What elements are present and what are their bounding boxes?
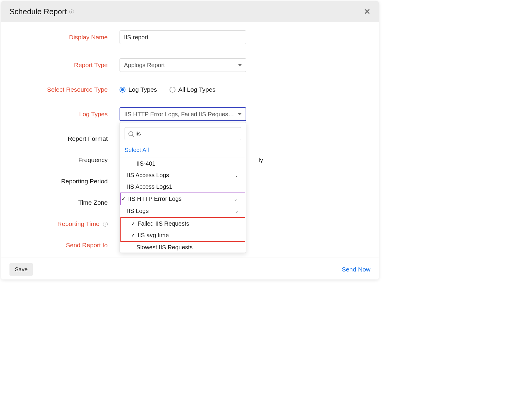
modal-title-text: Schedule Report xyxy=(9,7,67,16)
dropdown-search-input[interactable] xyxy=(136,130,237,137)
highlight-red: ✓ Failed IIS Requests ✓ IIS avg time xyxy=(120,217,245,242)
chevron-down-icon[interactable]: ⌄ xyxy=(235,208,242,214)
radio-icon xyxy=(170,87,175,93)
info-icon[interactable]: i xyxy=(69,9,74,14)
chevron-down-icon[interactable]: ⌄ xyxy=(234,196,241,202)
label-send-report-to: Send Report to xyxy=(13,242,120,249)
chevron-down-icon xyxy=(238,64,242,66)
save-button[interactable]: Save xyxy=(9,263,33,276)
row-display-name: Display Name xyxy=(13,30,367,44)
report-type-value: Applogs Report xyxy=(124,62,236,69)
option-failed-iis-requests[interactable]: ✓ Failed IIS Requests xyxy=(121,218,245,229)
close-button[interactable]: ✕ xyxy=(364,8,370,16)
check-icon: ✓ xyxy=(130,221,135,227)
row-report-type: Report Type Applogs Report xyxy=(13,58,367,72)
radio-log-types-label: Log Types xyxy=(128,86,157,93)
label-log-types: Log Types xyxy=(13,111,120,118)
close-icon: ✕ xyxy=(364,7,370,16)
label-display-name: Display Name xyxy=(13,34,120,41)
log-types-summary: IIS HTTP Error Logs, Failed IIS Requests… xyxy=(124,111,236,118)
send-now-link[interactable]: Send Now xyxy=(342,266,370,273)
label-time-zone: Time Zone xyxy=(13,199,120,206)
log-types-select[interactable]: IIS HTTP Error Logs, Failed IIS Requests… xyxy=(120,107,246,121)
label-reporting-period: Reporting Period xyxy=(13,178,120,185)
chevron-down-icon xyxy=(238,113,241,115)
info-icon[interactable]: i xyxy=(103,222,108,227)
frequency-tail: ly xyxy=(259,156,263,164)
modal-body: Display Name Report Type Applogs Report … xyxy=(1,22,379,258)
label-report-format: Report Format xyxy=(13,135,120,142)
option-slowest-iis-requests[interactable]: Slowest IIS Requests xyxy=(120,242,246,253)
option-iis-access-logs1[interactable]: IIS Access Logs1 xyxy=(120,181,246,193)
option-iis-access-logs[interactable]: IIS Access Logs ⌄ xyxy=(120,169,246,181)
label-report-type: Report Type xyxy=(13,62,120,69)
option-iis-http-error-logs[interactable]: ✓ IIS HTTP Error Logs ⌄ xyxy=(121,193,245,205)
modal-footer: Save Send Now xyxy=(1,258,379,279)
radio-all-log-types-label: All Log Types xyxy=(178,86,216,93)
check-icon: ✓ xyxy=(121,196,126,202)
search-icon xyxy=(128,131,133,136)
radio-icon xyxy=(120,87,125,93)
log-types-dropdown: Select All IIS-401 IIS Access Logs ⌄ xyxy=(120,122,246,253)
option-iis-logs[interactable]: IIS Logs ⌄ xyxy=(120,205,246,217)
label-reporting-time: Reporting Time i xyxy=(13,220,120,227)
row-resource-type: Select Resource Type Log Types All Log T… xyxy=(13,86,367,93)
options-list[interactable]: IIS-401 IIS Access Logs ⌄ IIS Access Log… xyxy=(120,158,246,253)
modal-header: Schedule Report i ✕ xyxy=(1,1,379,22)
label-resource-type: Select Resource Type xyxy=(13,86,120,93)
schedule-report-modal: Schedule Report i ✕ Display Name Report … xyxy=(1,1,379,279)
modal-title: Schedule Report i xyxy=(9,7,74,16)
check-icon: ✓ xyxy=(130,232,135,238)
radio-log-types[interactable]: Log Types xyxy=(120,86,157,93)
row-log-types: Log Types IIS HTTP Error Logs, Failed II… xyxy=(13,107,367,121)
select-all-link[interactable]: Select All xyxy=(120,144,246,158)
option-iis-avg-time[interactable]: ✓ IIS avg time xyxy=(121,229,245,241)
chevron-down-icon[interactable]: ⌄ xyxy=(235,173,242,178)
option-iis-401[interactable]: IIS-401 xyxy=(120,158,246,169)
display-name-input[interactable] xyxy=(120,30,246,44)
highlight-purple: ✓ IIS HTTP Error Logs ⌄ xyxy=(120,193,245,205)
label-frequency: Frequency xyxy=(13,156,120,164)
radio-all-log-types[interactable]: All Log Types xyxy=(170,86,216,93)
report-type-select[interactable]: Applogs Report xyxy=(120,58,246,72)
dropdown-search[interactable] xyxy=(125,127,241,140)
resource-type-radio-group: Log Types All Log Types xyxy=(120,86,246,93)
